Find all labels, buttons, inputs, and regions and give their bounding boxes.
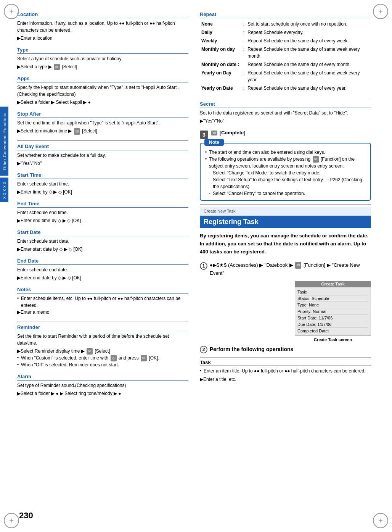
section-action-type: ▶Select a type ▶ ✉ [Select] bbox=[17, 63, 188, 70]
section-title-apps: Apps bbox=[17, 76, 188, 82]
repeat-colon-daily: : bbox=[242, 28, 246, 37]
step-1-container: 1 ●▶$★$ (Accessories) ▶ "Datebook"▶ ✉ [F… bbox=[200, 261, 371, 277]
repeat-desc-monthly-day: Repeat Schedule on the same day of same … bbox=[246, 45, 371, 60]
phone-screen-title: Create Task bbox=[295, 281, 371, 287]
step-2-circle: 2 bbox=[200, 346, 207, 353]
repeat-desc-daily: Repeat Schedule everyday. bbox=[246, 28, 371, 37]
repeat-colon-yearly-day: : bbox=[242, 69, 246, 84]
section-reminder: Reminder Set the time to start Reminder … bbox=[17, 324, 188, 369]
repeat-row-weekly: Weekly : Repeat Schedule on the same day… bbox=[200, 37, 371, 45]
note-label: Note bbox=[204, 139, 224, 146]
repeat-term-yearly-date: Yearly on Date bbox=[200, 84, 242, 92]
section-action-apps: ▶Select a folder ▶ Select i-appli ▶ ● bbox=[17, 99, 188, 106]
section-title-alarm: Alarm bbox=[17, 374, 188, 380]
repeat-colon-yearly-date: : bbox=[242, 84, 246, 92]
repeat-row-none: None : Set to start schedule only once w… bbox=[200, 20, 371, 28]
section-desc-start-date: Enter schedule start date. bbox=[17, 238, 188, 245]
right-column: Repeat None : Set to start schedule only… bbox=[200, 8, 371, 402]
registering-task-desc: By registering items, you can manage the… bbox=[200, 232, 371, 256]
separator-create-task bbox=[200, 205, 371, 205]
step-3-label: [Complete] bbox=[220, 130, 246, 135]
section-title-notes: Notes bbox=[17, 287, 188, 293]
section-action-alarm: ▶Select a folder ▶ ● ▶ Select ring tone/… bbox=[17, 390, 188, 397]
phone-screenshot-container: Create Task Task: Status: Schedule Type:… bbox=[200, 281, 371, 342]
corner-decoration-br bbox=[373, 513, 388, 528]
phone-row-completed: Completed Date: bbox=[297, 328, 368, 334]
note-dash-3: Select "Cancel Entry" to cancel the oper… bbox=[205, 190, 366, 197]
side-tab: Other Convenient Functions XXXXX bbox=[0, 107, 8, 202]
section-desc-secret: Set to hide data registered as secret an… bbox=[200, 110, 371, 116]
repeat-colon-monthly-day: : bbox=[242, 45, 246, 60]
section-alarm: Alarm Set type of Reminder sound.(Checki… bbox=[17, 374, 188, 397]
left-column: Location Enter information, if any, such… bbox=[17, 8, 188, 402]
repeat-row-yearly-date: Yearly on Date : Repeat Schedule on the … bbox=[200, 84, 371, 92]
section-title-all-day-event: All Day Event bbox=[17, 143, 188, 150]
section-title-end-date: End Date bbox=[17, 258, 188, 265]
task-bullet-1: Enter an item title. Up to ●● full-pitch… bbox=[200, 368, 371, 374]
corner-decoration-tl bbox=[4, 4, 19, 19]
section-desc-apps: Specify the i-appli to start automatical… bbox=[17, 84, 188, 98]
task-separator bbox=[200, 358, 371, 358]
page-number: 230 bbox=[19, 511, 33, 521]
section-action-notes: ▶Enter a memo bbox=[17, 309, 188, 316]
phone-row-due-date: Due Date: 11/7/06 bbox=[297, 321, 368, 328]
repeat-term-monthly-day: Monthly on day bbox=[200, 45, 242, 60]
note-dash-2: Select "Text Setup" to change the settin… bbox=[205, 176, 366, 190]
section-action-start-date: ▶Enter start date by ◇ ▶ ◇ [OK] bbox=[17, 246, 188, 253]
section-action-start-time: ▶Enter time by ◇ ▶ ◇ [OK] bbox=[17, 189, 188, 195]
section-desc-alarm: Set type of Reminder sound.(Checking spe… bbox=[17, 382, 188, 389]
repeat-colon-none: : bbox=[242, 20, 246, 28]
corner-decoration-bl bbox=[4, 513, 19, 528]
step-3-content: ✉ [Complete] bbox=[210, 130, 371, 135]
repeat-row-monthly-day: Monthly on day : Repeat Schedule on the … bbox=[200, 45, 371, 60]
section-start-date: Start Date Enter schedule start date. ▶E… bbox=[17, 229, 188, 253]
create-task-header: Create New Task bbox=[200, 207, 371, 215]
section-action-reminder: ▶Select Reminder display time ▶ ✉ [Selec… bbox=[17, 348, 188, 355]
section-title-repeat: Repeat bbox=[200, 11, 371, 18]
divider-2 bbox=[17, 321, 188, 321]
section-title-start-date: Start Date bbox=[17, 229, 188, 236]
section-title-location: Location bbox=[17, 11, 188, 18]
section-desc-all-day-event: Set whether to make schedule for a full … bbox=[17, 152, 188, 159]
section-desc-end-date: Enter schedule end date. bbox=[17, 266, 188, 273]
phone-screen-caption: Create Task screen bbox=[295, 337, 371, 342]
note-bullet-1: The start or end time can also be entere… bbox=[205, 149, 366, 156]
step-2-content: Perform the following operations bbox=[210, 345, 371, 353]
step-1-circle: 1 bbox=[200, 262, 207, 270]
section-title-start-time: Start Time bbox=[17, 172, 188, 179]
section-action-secret: ▶"Yes"/"No" bbox=[200, 118, 371, 124]
note-dash-1: Select "Change Text Mode" to switch the … bbox=[205, 169, 366, 176]
repeat-desc-monthly-date: Repeat Schedule on the same day of every… bbox=[246, 60, 371, 69]
repeat-table: None : Set to start schedule only once w… bbox=[200, 20, 371, 92]
repeat-term-daily: Daily bbox=[200, 28, 242, 37]
divider-repeat-secret bbox=[200, 98, 371, 98]
section-notes: Notes Enter schedule items, etc. Up to ●… bbox=[17, 287, 188, 316]
repeat-desc-none: Set to start schedule only once with no … bbox=[246, 20, 371, 28]
section-end-date: End Date Enter schedule end date. ▶Enter… bbox=[17, 258, 188, 281]
side-xxxxx-label: XXXXX bbox=[0, 177, 8, 202]
section-desc-reminder: Set the time to start Reminder with a pe… bbox=[17, 333, 188, 347]
step-3-number: 3 bbox=[200, 131, 208, 139]
section-start-time: Start Time Enter schedule start time. ▶E… bbox=[17, 172, 188, 195]
section-end-time: End Time Enter schedule end time. ▶Enter… bbox=[17, 201, 188, 224]
section-desc-location: Enter information, if any, such as a loc… bbox=[17, 20, 188, 34]
section-action-end-time: ▶Enter end time by ◇ ▶ ◇ [OK] bbox=[17, 217, 188, 224]
section-title-reminder: Reminder bbox=[17, 324, 188, 331]
reminder-bullet-2: When "Off" is selected, Reminder does no… bbox=[17, 361, 188, 368]
step-3-btn-icon: ✉ bbox=[211, 131, 217, 135]
section-type: Type Select a type of schedule such as p… bbox=[17, 47, 188, 70]
repeat-desc-yearly-date: Repeat Schedule on the same day of every… bbox=[246, 84, 371, 92]
repeat-term-yearly-day: Yearly on Day bbox=[200, 69, 242, 84]
note-bullet-2: The following operations are available b… bbox=[205, 156, 366, 169]
repeat-row-daily: Daily : Repeat Schedule everyday. bbox=[200, 28, 371, 37]
section-action-stop-after: ▶Select termination time ▶ ✉ [Select] bbox=[17, 127, 188, 134]
section-repeat: Repeat None : Set to start schedule only… bbox=[200, 11, 371, 92]
phone-row-status: Status: Schedule bbox=[297, 295, 368, 302]
section-title-end-time: End Time bbox=[17, 201, 188, 208]
section-title-stop-after: Stop After bbox=[17, 111, 188, 118]
phone-screen-body: Task: Status: Schedule Type: None Priori… bbox=[295, 287, 371, 336]
section-action-location: ▶Enter a location bbox=[17, 35, 188, 42]
repeat-desc-weekly: Repeat Schedule on the same day of every… bbox=[246, 37, 371, 45]
note-content: The start or end time can also be entere… bbox=[205, 149, 366, 197]
repeat-row-yearly-day: Yearly on Day : Repeat Schedule on the s… bbox=[200, 69, 371, 84]
